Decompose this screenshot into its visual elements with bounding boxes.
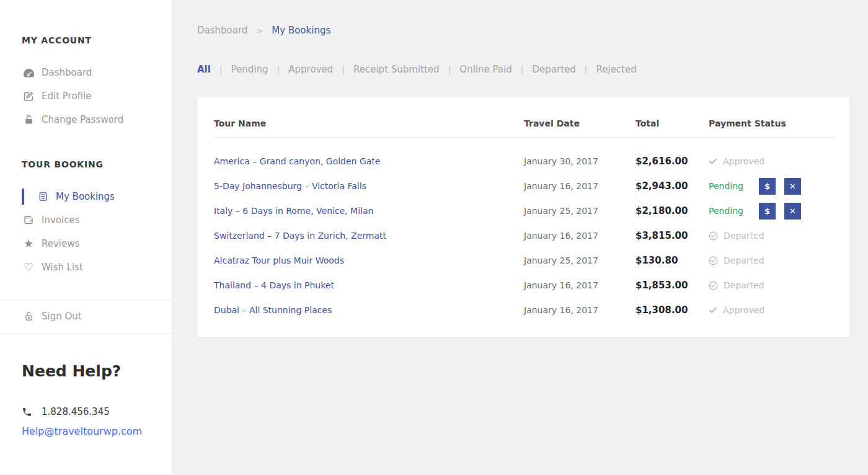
sidebar-item-label: Change Password xyxy=(42,114,123,125)
dashboard-icon xyxy=(22,68,35,78)
status-label: Departed xyxy=(724,231,764,241)
filter-tab-all[interactable]: All xyxy=(197,64,211,75)
payment-status: Pending $ ✕ xyxy=(709,203,836,220)
dollar-icon: $ xyxy=(764,207,770,215)
column-header-payment-status: Payment Status xyxy=(709,118,836,128)
sidebar-item-my-bookings[interactable]: My Bookings xyxy=(0,185,172,208)
total-amount: $2,616.00 xyxy=(636,156,709,167)
tour-link[interactable]: Italy – 6 Days in Rome, Venice, Milan xyxy=(214,206,373,216)
bookings-table-card: Tour Name Travel Date Total Payment Stat… xyxy=(197,97,849,337)
bookings-icon xyxy=(36,191,50,202)
filter-tab-approved[interactable]: Approved xyxy=(288,64,333,75)
total-amount: $2,180.00 xyxy=(636,205,709,216)
breadcrumb-dashboard[interactable]: Dashboard xyxy=(197,25,247,36)
main-content: Dashboard > My Bookings All | Pending | … xyxy=(172,0,868,337)
filter-tab-receipt-submitted[interactable]: Receipt Submitted xyxy=(353,64,440,75)
total-amount: $1,853.00 xyxy=(636,280,709,291)
dollar-icon: $ xyxy=(764,182,770,190)
sidebar-item-wish-list[interactable]: ♡ Wish List xyxy=(0,255,172,279)
filter-tab-departed[interactable]: Departed xyxy=(532,64,575,75)
sidebar-item-label: Sign Out xyxy=(42,311,82,322)
chevron-right-icon: > xyxy=(256,26,263,35)
filter-separator: | xyxy=(219,64,223,74)
breadcrumb: Dashboard > My Bookings xyxy=(197,25,849,36)
filter-tab-rejected[interactable]: Rejected xyxy=(596,64,636,75)
table-row: Italy – 6 Days in Rome, Venice, Milan Ja… xyxy=(214,198,836,223)
status-label: Departed xyxy=(724,280,764,290)
filter-tab-pending[interactable]: Pending xyxy=(231,64,268,75)
filter-tab-online-paid[interactable]: Online Paid xyxy=(459,64,512,75)
payment-status: Pending $ ✕ xyxy=(709,178,836,195)
check-circle-icon xyxy=(709,281,718,290)
sidebar-item-dashboard[interactable]: Dashboard xyxy=(0,61,172,84)
sidebar-item-change-password[interactable]: Change Password xyxy=(0,108,172,131)
payment-status: Departed xyxy=(709,280,836,290)
payment-status: Approved xyxy=(709,156,836,166)
payment-status: Departed xyxy=(709,255,836,265)
travel-date: January 16, 2017 xyxy=(524,231,636,241)
sidebar-heading-my-account: MY ACCOUNT xyxy=(22,35,172,48)
cancel-booking-button[interactable]: ✕ xyxy=(784,203,801,220)
payment-status: Departed xyxy=(709,231,836,241)
close-icon: ✕ xyxy=(789,182,796,190)
filter-separator: | xyxy=(521,64,524,74)
help-phone-number: 1.828.456.345 xyxy=(42,406,110,417)
pay-button[interactable]: $ xyxy=(759,203,776,220)
sidebar-item-label: Invoices xyxy=(42,215,79,226)
sidebar-divider xyxy=(0,334,172,334)
travel-date: January 16, 2017 xyxy=(524,305,636,315)
sidebar-item-edit-profile[interactable]: Edit Profile xyxy=(0,84,172,108)
account-sidebar: MY ACCOUNT Dashboard Edit Profile Change… xyxy=(0,0,172,475)
need-help-heading: Need Help? xyxy=(22,362,172,380)
check-circle-icon xyxy=(709,231,718,241)
table-row: Switzerland – 7 Days in Zurich, Zermatt … xyxy=(214,223,836,248)
table-row: America – Grand canyon, Golden Gate Janu… xyxy=(214,149,836,174)
close-icon: ✕ xyxy=(789,207,796,215)
filter-separator: | xyxy=(342,64,345,74)
status-label: Approved xyxy=(723,305,764,315)
table-row: Dubai – All Stunning Places January 16, … xyxy=(214,298,836,322)
sidebar-item-sign-out[interactable]: Sign Out xyxy=(0,304,172,328)
status-label: Pending xyxy=(709,206,743,216)
total-amount: $1,308.00 xyxy=(636,304,709,316)
sidebar-divider xyxy=(0,300,172,300)
travel-date: January 30, 2017 xyxy=(524,156,636,166)
table-header-row: Tour Name Travel Date Total Payment Stat… xyxy=(214,109,836,138)
payment-status: Approved xyxy=(709,305,836,315)
tour-link[interactable]: Dubai – All Stunning Places xyxy=(214,305,332,315)
phone-icon xyxy=(22,407,32,417)
tour-link[interactable]: America – Grand canyon, Golden Gate xyxy=(214,156,380,166)
table-row: Alcatraz Tour plus Muir Woods January 25… xyxy=(214,248,836,273)
sidebar-item-label: Wish List xyxy=(42,262,83,273)
filter-separator: | xyxy=(448,64,451,74)
sidebar-item-label: My Bookings xyxy=(56,191,115,202)
tour-link[interactable]: Alcatraz Tour plus Muir Woods xyxy=(214,255,344,265)
invoice-icon xyxy=(22,215,35,226)
sidebar-heading-tour-booking: TOUR BOOKING xyxy=(22,159,172,172)
table-row: 5-Day Johannesburg – Victoria Falls Janu… xyxy=(214,174,836,198)
tour-link[interactable]: 5-Day Johannesburg – Victoria Falls xyxy=(214,181,366,191)
table-row: Thailand – 4 Days in Phuket January 16, … xyxy=(214,273,836,298)
sidebar-item-label: Dashboard xyxy=(42,67,92,78)
tour-link[interactable]: Thailand – 4 Days in Phuket xyxy=(214,280,334,290)
pay-button[interactable]: $ xyxy=(759,178,776,195)
sidebar-item-invoices[interactable]: Invoices xyxy=(0,208,172,232)
breadcrumb-current: My Bookings xyxy=(272,25,330,36)
tour-link[interactable]: Switzerland – 7 Days in Zurich, Zermatt xyxy=(214,231,386,241)
check-icon xyxy=(709,157,717,166)
column-header-travel-date: Travel Date xyxy=(524,118,636,128)
help-phone-row: 1.828.456.345 xyxy=(22,406,172,417)
travel-date: January 25, 2017 xyxy=(524,206,636,216)
edit-icon xyxy=(22,91,35,102)
status-label: Departed xyxy=(724,255,764,265)
heart-icon: ♡ xyxy=(22,262,35,273)
star-icon: ★ xyxy=(22,238,35,249)
cancel-booking-button[interactable]: ✕ xyxy=(784,178,801,195)
total-amount: $3,815.00 xyxy=(636,230,709,241)
check-icon xyxy=(709,306,717,314)
status-label: Pending xyxy=(709,181,743,191)
column-header-total: Total xyxy=(636,118,709,128)
status-filter-bar: All | Pending | Approved | Receipt Submi… xyxy=(197,64,849,75)
sidebar-item-reviews[interactable]: ★ Reviews xyxy=(0,232,172,255)
help-email-link[interactable]: Help@traveltourwp.com xyxy=(22,425,142,437)
